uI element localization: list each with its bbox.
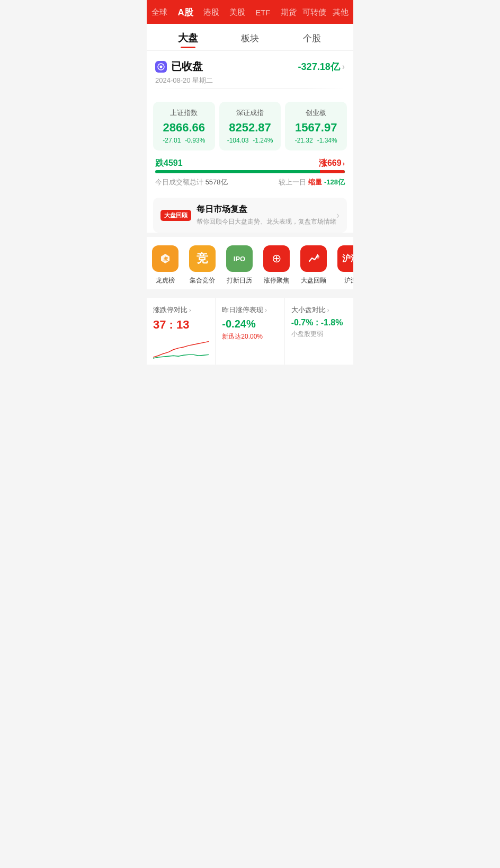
ipo-icon: IPO (226, 245, 253, 272)
stat-title-1: 涨跌停对比 (153, 305, 188, 315)
bottom-stats: 涨跌停对比 › 37 : 13 昨日涨停表现 › -0.24% 新迅达20.00… (147, 298, 353, 365)
svg-text:虎: 虎 (163, 256, 168, 262)
chinext-index-name: 创业板 (293, 108, 338, 118)
svg-marker-4 (316, 254, 319, 256)
rise-fall-row: 跌4591 涨669 › (147, 155, 353, 170)
nav-other[interactable]: 其他 (327, 7, 353, 17)
stat-header-1: 涨跌停对比 › (153, 305, 209, 315)
shortcut-jingprice[interactable]: 竞 集合竞价 (184, 245, 221, 285)
nav-us[interactable]: 美股 (224, 7, 250, 17)
shortcut-longhu-label: 龙虎榜 (156, 276, 175, 285)
hushen-icon: 沪深 (337, 245, 353, 272)
index-card-shenzhen[interactable]: 深证成指 8252.87 -104.03 -1.24% (219, 102, 281, 150)
shortcut-ipo-label: 打新日历 (227, 276, 252, 285)
status-row: 已收盘 -327.18亿 › (155, 59, 345, 74)
index-cards-container: 上证指数 2866.66 -27.01 -0.93% 深证成指 8252.87 … (147, 95, 353, 155)
shortcut-hushen-label: 沪深 (344, 276, 353, 285)
tab-sector[interactable]: 板块 (219, 25, 281, 50)
shortcut-longhu[interactable]: 虎 龙虎榜 (147, 245, 184, 285)
section-gap-2 (147, 289, 353, 294)
amount-chevron: › (342, 62, 345, 72)
review-badge: 大盘回顾 (160, 210, 191, 221)
index-card-chinext[interactable]: 创业板 1567.97 -21.32 -1.34% (285, 102, 347, 150)
market-status-icon (155, 61, 167, 73)
divider (155, 88, 345, 89)
nav-ashare[interactable]: A股 (173, 6, 199, 19)
status-section: 已收盘 -327.18亿 › 2024-08-20 星期二 (147, 51, 353, 95)
trade-compare-label: 较上一日 (279, 178, 306, 187)
shenzhen-index-change: -104.03 -1.24% (228, 137, 273, 144)
market-date: 2024-08-20 星期二 (155, 76, 345, 85)
main-content: 已收盘 -327.18亿 › 2024-08-20 星期二 上证指数 2866.… (147, 51, 353, 233)
stat-header-2: 昨日涨停表现 › (222, 305, 278, 315)
shortcut-limit[interactable]: ⊕ 涨停聚焦 (258, 245, 295, 285)
shortcut-limit-label: 涨停聚焦 (264, 276, 289, 285)
top-navigation: 全球 A股 港股 美股 ETF 期货 可转债 其他 (147, 0, 353, 24)
stat-title-2: 昨日涨停表现 (222, 305, 263, 315)
stat-large-small-cap[interactable]: 大小盘对比 › -0.7% : -1.8% 小盘股更弱 (285, 298, 353, 365)
stat-pct-value: -0.24% (222, 318, 278, 330)
shenzhen-change1: -104.03 (227, 137, 249, 144)
chinext-index-change: -21.32 -1.34% (293, 137, 338, 144)
tab-market[interactable]: 大盘 (157, 24, 219, 50)
shortcut-jingprice-label: 集合竞价 (190, 276, 215, 285)
stat-title-3: 大小盘对比 (291, 305, 326, 315)
stat-sub-2: 新迅达20.00% (222, 332, 278, 341)
trade-comparison: 较上一日 缩量 -128亿 (279, 178, 345, 187)
stat-rise-fall-limit[interactable]: 涨跌停对比 › 37 : 13 (147, 298, 216, 365)
shenzhen-index-value: 8252.87 (228, 121, 273, 135)
rise-portion (320, 170, 345, 173)
second-navigation: 大盘 板块 个股 (147, 24, 353, 51)
shanghai-change2: -0.93% (185, 137, 205, 144)
stat-chevron-1: › (189, 307, 191, 313)
shenzhen-change2: -1.24% (253, 137, 273, 144)
review-chevron: › (336, 210, 340, 221)
status-left: 已收盘 (155, 59, 203, 74)
trade-volume-label: 今日成交额总计 (155, 178, 203, 186)
nav-hk[interactable]: 港股 (199, 7, 225, 17)
review-shortcut-icon (300, 245, 327, 272)
review-banner[interactable]: 大盘回顾 每日市场复盘 帮你回顾今日大盘走势、龙头表现，复盘市场情绪 › (153, 198, 347, 233)
shortcut-review[interactable]: 大盘回顾 (295, 245, 332, 285)
shanghai-index-name: 上证指数 (162, 108, 207, 118)
shortcut-review-label: 大盘回顾 (301, 276, 326, 285)
rise-count-value: 涨669 (319, 158, 342, 169)
fall-count: 跌4591 (155, 158, 183, 169)
nav-futures[interactable]: 期货 (276, 7, 302, 17)
net-amount-value: -327.18亿 (298, 60, 340, 73)
chinext-index-value: 1567.97 (293, 121, 338, 135)
trade-volume: 今日成交额总计 5578亿 (155, 178, 228, 187)
stat-comparison-value: -0.7% : -1.8% (291, 318, 347, 327)
shortcut-ipo[interactable]: IPO 打新日历 (221, 245, 258, 285)
review-title: 每日市场复盘 (197, 204, 336, 215)
rise-chevron: › (343, 160, 345, 167)
nav-etf[interactable]: ETF (250, 8, 276, 17)
svg-point-1 (160, 65, 163, 68)
mini-chart (153, 334, 209, 360)
stat-chevron-2: › (265, 307, 267, 313)
chinext-change2: -1.34% (317, 137, 337, 144)
nav-bonds[interactable]: 可转债 (302, 7, 328, 17)
nav-global[interactable]: 全球 (147, 7, 173, 17)
shanghai-index-change: -27.01 -0.93% (162, 137, 207, 144)
trade-compare-value: -128亿 (324, 178, 345, 187)
tab-stock[interactable]: 个股 (281, 25, 343, 50)
rise-count[interactable]: 涨669 › (319, 158, 345, 169)
stat-sub-value-2: 新迅达20.00% (222, 333, 263, 340)
stat-yesterday-limit[interactable]: 昨日涨停表现 › -0.24% 新迅达20.00% (216, 298, 284, 365)
trade-volume-value: 5578亿 (206, 178, 228, 186)
trade-info: 今日成交额总计 5578亿 较上一日 缩量 -128亿 (147, 173, 353, 193)
stat-sub-value-3: 小盘股更弱 (291, 330, 323, 338)
market-status-title: 已收盘 (171, 59, 203, 74)
review-text: 每日市场复盘 帮你回顾今日大盘走势、龙头表现，复盘市场情绪 (197, 204, 336, 226)
chinext-change1: -21.32 (295, 137, 313, 144)
shanghai-index-value: 2866.66 (162, 121, 207, 135)
shanghai-change1: -27.01 (163, 137, 181, 144)
review-desc: 帮你回顾今日大盘走势、龙头表现，复盘市场情绪 (197, 217, 336, 226)
stat-header-3: 大小盘对比 › (291, 305, 347, 315)
longhu-icon: 虎 (152, 245, 178, 272)
index-card-shanghai[interactable]: 上证指数 2866.66 -27.01 -0.93% (153, 102, 215, 150)
shortcut-hushen[interactable]: 沪深 沪深 (332, 245, 353, 285)
market-net-amount[interactable]: -327.18亿 › (298, 60, 345, 73)
section-gap-1 (147, 233, 353, 237)
